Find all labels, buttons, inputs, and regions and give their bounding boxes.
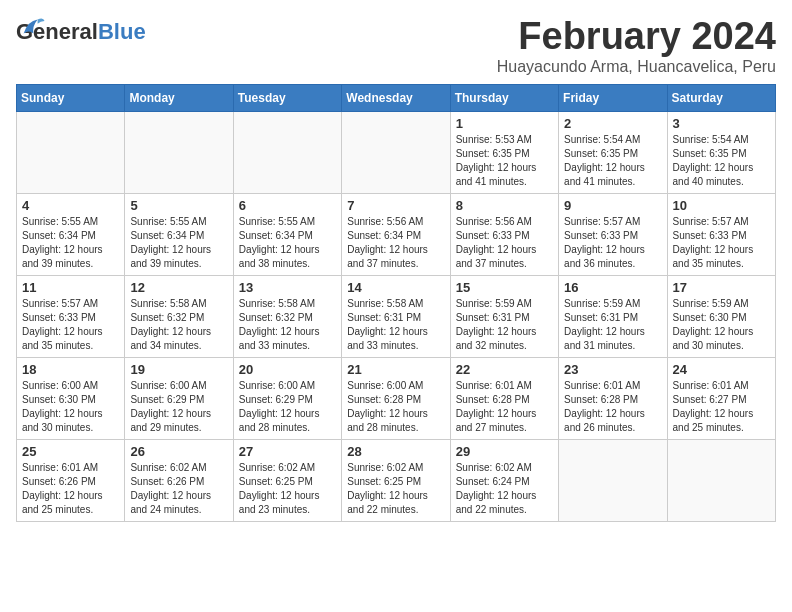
day-info: Sunrise: 6:02 AM Sunset: 6:25 PM Dayligh… [239,461,336,517]
day-info: Sunrise: 5:57 AM Sunset: 6:33 PM Dayligh… [673,215,770,271]
day-number: 24 [673,362,770,377]
logo-bird-icon [18,14,46,42]
day-number: 15 [456,280,553,295]
day-cell-7: 7Sunrise: 5:56 AM Sunset: 6:34 PM Daylig… [342,193,450,275]
column-header-monday: Monday [125,84,233,111]
day-cell-29: 29Sunrise: 6:02 AM Sunset: 6:24 PM Dayli… [450,439,558,521]
day-number: 10 [673,198,770,213]
day-number: 5 [130,198,227,213]
week-row-2: 4Sunrise: 5:55 AM Sunset: 6:34 PM Daylig… [17,193,776,275]
day-number: 9 [564,198,661,213]
week-row-3: 11Sunrise: 5:57 AM Sunset: 6:33 PM Dayli… [17,275,776,357]
day-number: 13 [239,280,336,295]
day-info: Sunrise: 6:01 AM Sunset: 6:28 PM Dayligh… [456,379,553,435]
day-cell-24: 24Sunrise: 6:01 AM Sunset: 6:27 PM Dayli… [667,357,775,439]
day-info: Sunrise: 5:57 AM Sunset: 6:33 PM Dayligh… [564,215,661,271]
day-cell-23: 23Sunrise: 6:01 AM Sunset: 6:28 PM Dayli… [559,357,667,439]
day-number: 8 [456,198,553,213]
day-info: Sunrise: 6:01 AM Sunset: 6:27 PM Dayligh… [673,379,770,435]
day-info: Sunrise: 6:01 AM Sunset: 6:26 PM Dayligh… [22,461,119,517]
week-row-5: 25Sunrise: 6:01 AM Sunset: 6:26 PM Dayli… [17,439,776,521]
day-cell-11: 11Sunrise: 5:57 AM Sunset: 6:33 PM Dayli… [17,275,125,357]
day-info: Sunrise: 5:58 AM Sunset: 6:32 PM Dayligh… [239,297,336,353]
day-number: 3 [673,116,770,131]
empty-cell [17,111,125,193]
day-cell-3: 3Sunrise: 5:54 AM Sunset: 6:35 PM Daylig… [667,111,775,193]
day-cell-2: 2Sunrise: 5:54 AM Sunset: 6:35 PM Daylig… [559,111,667,193]
day-info: Sunrise: 5:58 AM Sunset: 6:31 PM Dayligh… [347,297,444,353]
day-info: Sunrise: 6:02 AM Sunset: 6:26 PM Dayligh… [130,461,227,517]
day-number: 16 [564,280,661,295]
day-number: 29 [456,444,553,459]
empty-cell [233,111,341,193]
day-cell-1: 1Sunrise: 5:53 AM Sunset: 6:35 PM Daylig… [450,111,558,193]
day-info: Sunrise: 6:01 AM Sunset: 6:28 PM Dayligh… [564,379,661,435]
day-number: 26 [130,444,227,459]
day-cell-20: 20Sunrise: 6:00 AM Sunset: 6:29 PM Dayli… [233,357,341,439]
logo-blue: Blue [98,19,146,44]
day-number: 21 [347,362,444,377]
empty-cell [559,439,667,521]
calendar-table: SundayMondayTuesdayWednesdayThursdayFrid… [16,84,776,522]
week-row-4: 18Sunrise: 6:00 AM Sunset: 6:30 PM Dayli… [17,357,776,439]
day-info: Sunrise: 5:59 AM Sunset: 6:30 PM Dayligh… [673,297,770,353]
day-number: 27 [239,444,336,459]
day-cell-8: 8Sunrise: 5:56 AM Sunset: 6:33 PM Daylig… [450,193,558,275]
day-info: Sunrise: 5:55 AM Sunset: 6:34 PM Dayligh… [22,215,119,271]
day-number: 4 [22,198,119,213]
day-cell-6: 6Sunrise: 5:55 AM Sunset: 6:34 PM Daylig… [233,193,341,275]
day-info: Sunrise: 6:00 AM Sunset: 6:28 PM Dayligh… [347,379,444,435]
day-info: Sunrise: 6:02 AM Sunset: 6:24 PM Dayligh… [456,461,553,517]
day-info: Sunrise: 5:55 AM Sunset: 6:34 PM Dayligh… [130,215,227,271]
day-cell-19: 19Sunrise: 6:00 AM Sunset: 6:29 PM Dayli… [125,357,233,439]
day-number: 23 [564,362,661,377]
day-cell-14: 14Sunrise: 5:58 AM Sunset: 6:31 PM Dayli… [342,275,450,357]
day-number: 28 [347,444,444,459]
day-number: 22 [456,362,553,377]
day-info: Sunrise: 5:56 AM Sunset: 6:33 PM Dayligh… [456,215,553,271]
day-cell-25: 25Sunrise: 6:01 AM Sunset: 6:26 PM Dayli… [17,439,125,521]
page-header: GeneralBlue February 2024 Huayacundo Arm… [16,16,776,76]
day-cell-13: 13Sunrise: 5:58 AM Sunset: 6:32 PM Dayli… [233,275,341,357]
day-cell-5: 5Sunrise: 5:55 AM Sunset: 6:34 PM Daylig… [125,193,233,275]
day-cell-26: 26Sunrise: 6:02 AM Sunset: 6:26 PM Dayli… [125,439,233,521]
day-cell-17: 17Sunrise: 5:59 AM Sunset: 6:30 PM Dayli… [667,275,775,357]
title-block: February 2024 Huayacundo Arma, Huancavel… [497,16,776,76]
day-info: Sunrise: 5:55 AM Sunset: 6:34 PM Dayligh… [239,215,336,271]
column-header-tuesday: Tuesday [233,84,341,111]
day-number: 11 [22,280,119,295]
day-info: Sunrise: 5:59 AM Sunset: 6:31 PM Dayligh… [564,297,661,353]
day-cell-10: 10Sunrise: 5:57 AM Sunset: 6:33 PM Dayli… [667,193,775,275]
empty-cell [667,439,775,521]
day-number: 18 [22,362,119,377]
day-info: Sunrise: 6:00 AM Sunset: 6:30 PM Dayligh… [22,379,119,435]
column-header-saturday: Saturday [667,84,775,111]
column-header-friday: Friday [559,84,667,111]
day-number: 6 [239,198,336,213]
calendar-header-row: SundayMondayTuesdayWednesdayThursdayFrid… [17,84,776,111]
day-number: 7 [347,198,444,213]
day-number: 19 [130,362,227,377]
day-info: Sunrise: 5:56 AM Sunset: 6:34 PM Dayligh… [347,215,444,271]
day-info: Sunrise: 5:59 AM Sunset: 6:31 PM Dayligh… [456,297,553,353]
day-info: Sunrise: 6:02 AM Sunset: 6:25 PM Dayligh… [347,461,444,517]
day-number: 12 [130,280,227,295]
day-info: Sunrise: 5:57 AM Sunset: 6:33 PM Dayligh… [22,297,119,353]
day-number: 14 [347,280,444,295]
day-cell-15: 15Sunrise: 5:59 AM Sunset: 6:31 PM Dayli… [450,275,558,357]
column-header-wednesday: Wednesday [342,84,450,111]
day-cell-18: 18Sunrise: 6:00 AM Sunset: 6:30 PM Dayli… [17,357,125,439]
day-cell-28: 28Sunrise: 6:02 AM Sunset: 6:25 PM Dayli… [342,439,450,521]
week-row-1: 1Sunrise: 5:53 AM Sunset: 6:35 PM Daylig… [17,111,776,193]
empty-cell [125,111,233,193]
calendar-title: February 2024 [497,16,776,58]
day-cell-16: 16Sunrise: 5:59 AM Sunset: 6:31 PM Dayli… [559,275,667,357]
logo: GeneralBlue [16,20,146,62]
day-cell-12: 12Sunrise: 5:58 AM Sunset: 6:32 PM Dayli… [125,275,233,357]
day-cell-22: 22Sunrise: 6:01 AM Sunset: 6:28 PM Dayli… [450,357,558,439]
day-info: Sunrise: 5:53 AM Sunset: 6:35 PM Dayligh… [456,133,553,189]
day-info: Sunrise: 5:54 AM Sunset: 6:35 PM Dayligh… [564,133,661,189]
column-header-sunday: Sunday [17,84,125,111]
day-info: Sunrise: 6:00 AM Sunset: 6:29 PM Dayligh… [239,379,336,435]
day-info: Sunrise: 5:54 AM Sunset: 6:35 PM Dayligh… [673,133,770,189]
